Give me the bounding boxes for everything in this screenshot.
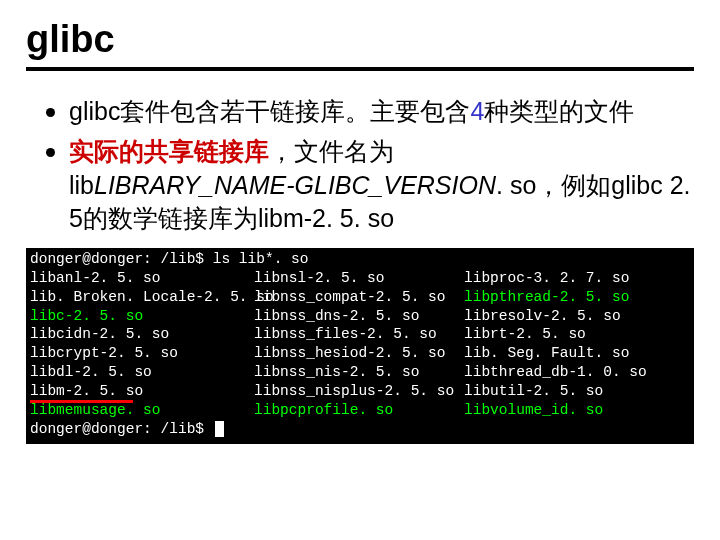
file-highlight: libvolume_id. so: [464, 402, 603, 418]
highlight-number: 4: [470, 97, 484, 125]
terminal-command: ls lib*. so: [213, 251, 309, 267]
text: glibc套件包含若干链接库。主要包含: [69, 97, 470, 125]
bullet-item-2: 实际的共享链接库，文件名为 libLIBRARY_NAME-GLIBC_VERS…: [46, 135, 694, 236]
bullet-icon: [46, 108, 55, 117]
terminal-col-2: libnsl-2. 5. so libnss_compat-2. 5. so l…: [254, 269, 464, 420]
file: libthread_db-1. 0. so: [464, 364, 647, 380]
terminal-col-1: libanl-2. 5. so lib. Broken. Locale-2. 5…: [30, 269, 254, 420]
bullet-text-2: 实际的共享链接库，文件名为 libLIBRARY_NAME-GLIBC_VERS…: [69, 135, 694, 236]
slide-title: glibc: [26, 18, 694, 61]
slide-content: glibc套件包含若干链接库。主要包含4种类型的文件 实际的共享链接库，文件名为…: [26, 95, 694, 236]
file: libnsl-2. 5. so: [254, 270, 385, 286]
file: libnss_nisplus-2. 5. so: [254, 383, 454, 399]
terminal-prompt: donger@donger: /lib$: [30, 251, 213, 267]
file: libanl-2. 5. so: [30, 270, 161, 286]
file-underlined: libm-2. 5. so: [30, 382, 143, 401]
italic-text: LIBRARY_NAME-GLIBC_VERSION: [94, 171, 496, 199]
emphasis-text: 实际的共享链接库: [69, 137, 269, 165]
terminal-cursor: [215, 421, 224, 437]
file: libnss_hesiod-2. 5. so: [254, 345, 445, 361]
text: ，文件名为: [269, 137, 394, 165]
file: libcrypt-2. 5. so: [30, 345, 178, 361]
file: libproc-3. 2. 7. so: [464, 270, 629, 286]
file: libcidn-2. 5. so: [30, 326, 169, 342]
terminal-output: donger@donger: /lib$ ls lib*. so libanl-…: [26, 248, 694, 444]
bullet-icon: [46, 148, 55, 157]
file: libnss_dns-2. 5. so: [254, 308, 419, 324]
file: libresolv-2. 5. so: [464, 308, 621, 324]
title-divider: [26, 67, 694, 71]
file: libnss_compat-2. 5. so: [254, 289, 445, 305]
file: libdl-2. 5. so: [30, 364, 152, 380]
file-highlight: libpcprofile. so: [254, 402, 393, 418]
file: libnss_nis-2. 5. so: [254, 364, 419, 380]
bullet-text-1: glibc套件包含若干链接库。主要包含4种类型的文件: [69, 95, 634, 129]
terminal-col-3: libproc-3. 2. 7. so libpthread-2. 5. so …: [464, 269, 664, 420]
file: lib. Broken. Locale-2. 5. so: [30, 289, 274, 305]
file: librt-2. 5. so: [464, 326, 586, 342]
text: 种类型的文件: [484, 97, 634, 125]
slide: glibc glibc套件包含若干链接库。主要包含4种类型的文件 实际的共享链接…: [0, 0, 720, 462]
file-highlight: libpthread-2. 5. so: [464, 289, 629, 305]
file: lib. Seg. Fault. so: [464, 345, 629, 361]
text: lib: [69, 171, 94, 199]
file-highlight: libmemusage. so: [30, 402, 161, 418]
file: libutil-2. 5. so: [464, 383, 603, 399]
file-highlight: libc-2. 5. so: [30, 308, 143, 324]
file: libnss_files-2. 5. so: [254, 326, 437, 342]
bullet-item-1: glibc套件包含若干链接库。主要包含4种类型的文件: [46, 95, 694, 129]
terminal-prompt: donger@donger: /lib$: [30, 421, 213, 437]
